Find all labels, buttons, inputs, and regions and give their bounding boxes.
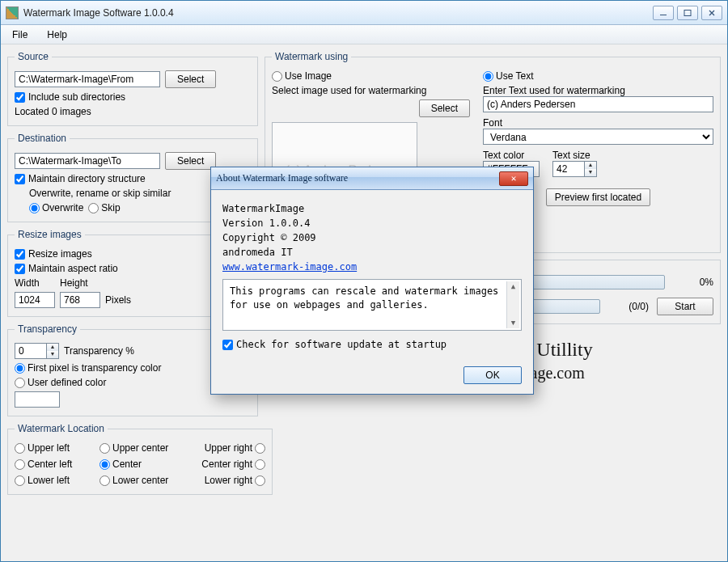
about-dialog: About Watermark Image software ✕ Waterma… xyxy=(210,167,534,395)
about-description-box[interactable]: This programs can rescale and watermark … xyxy=(222,279,522,331)
transparency-pct-label: Transparency % xyxy=(64,345,134,357)
include-sub-input[interactable] xyxy=(15,92,25,103)
select-image-button[interactable]: Select xyxy=(419,99,470,117)
progress-count: (0/0) xyxy=(608,301,649,312)
spinner-up-icon[interactable]: ▲ xyxy=(47,344,58,351)
about-description: This programs can rescale and watermark … xyxy=(230,285,498,311)
loc-cc-radio[interactable]: Center xyxy=(99,458,188,470)
source-path-input[interactable] xyxy=(15,71,160,87)
scroll-up-icon[interactable]: ▲ xyxy=(511,281,515,292)
about-version: Version 1.0.0.4 xyxy=(222,218,522,229)
about-titlebar[interactable]: About Watermark Image software ✕ xyxy=(211,167,533,190)
maximize-button[interactable] xyxy=(677,6,698,20)
include-sub-label: Include sub directories xyxy=(28,91,125,103)
text-size-label: Text size xyxy=(552,150,597,161)
resize-legend: Resize images xyxy=(15,229,85,240)
source-legend: Source xyxy=(15,51,52,62)
watermark-using-legend: Watermark using xyxy=(272,51,351,62)
text-color-label: Text color xyxy=(483,150,540,161)
select-image-label: Select image used for watermarking xyxy=(272,85,478,96)
watermark-text-input[interactable] xyxy=(483,96,713,112)
check-update-input[interactable] xyxy=(222,340,233,350)
about-app-name: WatermarkImage xyxy=(222,203,522,214)
spinner-up-icon[interactable]: ▲ xyxy=(585,162,596,169)
about-link[interactable]: www.watermark-image.com xyxy=(222,261,357,273)
scrollbar[interactable]: ▲▼ xyxy=(506,281,519,328)
spinner-down-icon[interactable]: ▼ xyxy=(47,351,58,358)
color-swatch[interactable] xyxy=(15,391,60,408)
source-select-button[interactable]: Select xyxy=(165,70,216,88)
loc-ur-radio[interactable]: Upper right xyxy=(188,442,265,454)
about-body: WatermarkImage Version 1.0.0.4 Copyright… xyxy=(211,190,533,358)
window-title: Watermark Image Software 1.0.0.4 xyxy=(23,7,653,19)
location-legend: Watermark Location xyxy=(15,423,108,434)
transparency-legend: Transparency xyxy=(15,323,80,335)
loc-cl-radio[interactable]: Center left xyxy=(15,458,99,470)
pixels-label: Pixels xyxy=(105,294,131,306)
spinner-down-icon[interactable]: ▼ xyxy=(585,169,596,176)
loc-lr-radio[interactable]: Lower right xyxy=(188,475,265,486)
window-controls xyxy=(653,6,722,20)
height-input[interactable] xyxy=(60,292,100,308)
font-select[interactable]: Verdana xyxy=(483,129,713,145)
menu-file[interactable]: File xyxy=(7,27,32,42)
about-copyright: Copyright © 2009 xyxy=(222,232,522,243)
text-size-input[interactable] xyxy=(552,161,585,177)
overwrite-radio[interactable]: Overwrite xyxy=(29,202,83,213)
scroll-down-icon[interactable]: ▼ xyxy=(511,318,515,328)
about-title: About Watermark Image software xyxy=(216,172,499,184)
loc-cr-radio[interactable]: Center right xyxy=(188,458,265,470)
svg-rect-0 xyxy=(684,10,691,15)
start-button[interactable]: Start xyxy=(657,298,713,315)
dest-path-input[interactable] xyxy=(15,153,160,169)
located-status: Located 0 images xyxy=(15,106,251,117)
height-label: Height xyxy=(60,277,100,289)
preview-first-located-button[interactable]: Preview first located xyxy=(546,188,650,206)
width-label: Width xyxy=(15,277,55,289)
transparency-spinner[interactable]: ▲▼ xyxy=(15,343,59,359)
loc-uc-radio[interactable]: Upper center xyxy=(99,442,188,454)
maintain-structure-input[interactable] xyxy=(15,174,25,184)
loc-ll-radio[interactable]: Lower left xyxy=(15,475,99,486)
text-size-spinner[interactable]: ▲▼ xyxy=(552,161,597,177)
transparency-input[interactable] xyxy=(15,343,47,359)
width-input[interactable] xyxy=(15,292,55,308)
titlebar[interactable]: Watermark Image Software 1.0.0.4 xyxy=(1,1,727,25)
menu-help[interactable]: Help xyxy=(42,27,72,42)
check-update-checkbox[interactable]: Check for software update at startup xyxy=(222,339,522,350)
about-company: andromeda IT xyxy=(222,247,522,258)
progress-percent: 0% xyxy=(673,277,713,288)
close-button[interactable] xyxy=(701,6,722,20)
use-image-radio[interactable]: Use Image xyxy=(272,70,478,82)
source-group: Source Select Include sub directories Lo… xyxy=(7,51,258,126)
enter-text-label: Enter Text used for watermarking xyxy=(483,85,713,96)
about-close-button[interactable]: ✕ xyxy=(499,171,528,186)
loc-ul-radio[interactable]: Upper left xyxy=(15,442,99,454)
skip-radio[interactable]: Skip xyxy=(88,202,120,213)
location-group: Watermark Location Upper left Upper cent… xyxy=(7,423,273,495)
app-icon xyxy=(6,6,19,19)
maintain-structure-label: Maintain directory structure xyxy=(28,173,146,184)
dest-select-button[interactable]: Select xyxy=(165,152,216,170)
menubar: File Help xyxy=(1,25,727,44)
destination-legend: Destination xyxy=(15,133,70,144)
loc-lc-radio[interactable]: Lower center xyxy=(99,475,188,486)
minimize-button[interactable] xyxy=(653,6,674,20)
include-sub-checkbox[interactable]: Include sub directories xyxy=(15,91,251,103)
font-label: Font xyxy=(483,117,713,129)
use-text-radio[interactable]: Use Text xyxy=(483,70,533,82)
check-update-label: Check for software update at startup xyxy=(236,339,447,350)
about-ok-button[interactable]: OK xyxy=(463,366,522,384)
